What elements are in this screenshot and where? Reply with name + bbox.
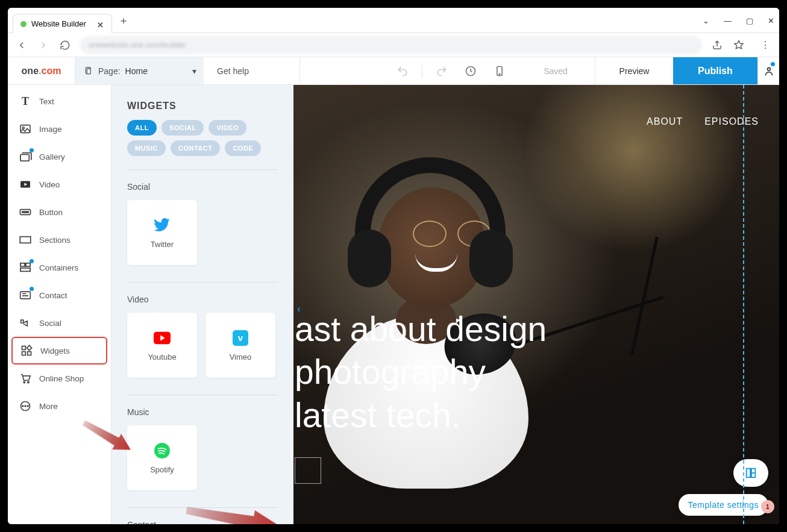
cart-icon: [19, 372, 32, 385]
widget-twitter[interactable]: Twitter: [127, 200, 197, 265]
sidebar-item-button[interactable]: Button: [8, 198, 111, 226]
sidebar-item-social[interactable]: Social: [8, 309, 111, 337]
window-titlebar: Website Builder ✕ ＋ ⌄ — ▢ ✕: [8, 8, 779, 33]
redo-button[interactable]: [432, 61, 451, 81]
filter-contact[interactable]: CONTACT: [171, 140, 220, 156]
tab-title: Website Builder: [31, 19, 86, 28]
new-tab-button[interactable]: ＋: [118, 13, 129, 28]
video-icon: [19, 178, 32, 191]
template-settings-button[interactable]: Template settings 1: [679, 494, 768, 516]
filter-music[interactable]: MUSIC: [127, 140, 166, 156]
reload-button[interactable]: [58, 39, 72, 52]
star-icon[interactable]: [732, 39, 745, 52]
vimeo-icon: v: [232, 330, 249, 346]
svg-point-26: [27, 405, 28, 407]
svg-point-4: [499, 74, 500, 75]
svg-rect-14: [26, 263, 30, 266]
mobile-preview-button[interactable]: [490, 61, 509, 81]
brand-logo[interactable]: one.com: [8, 57, 75, 84]
widget-vimeo[interactable]: v Vimeo: [205, 313, 275, 378]
window-minimize-button[interactable]: —: [724, 16, 732, 25]
section-label-music: Music: [127, 407, 278, 417]
account-menu-button[interactable]: [757, 57, 779, 84]
notification-dot-icon: [771, 62, 775, 66]
svg-text:v: v: [238, 333, 243, 343]
section-label-social: Social: [127, 182, 278, 192]
undo-button[interactable]: [393, 61, 412, 81]
hero-heading[interactable]: ast about design photography latest tech…: [295, 308, 547, 437]
section-label-video: Video: [127, 295, 278, 304]
hero-cta-box[interactable]: [295, 457, 321, 484]
svg-rect-12: [20, 237, 31, 243]
page-selector[interactable]: Page: Home ▾: [75, 57, 204, 84]
page-name: Home: [125, 66, 148, 76]
sidebar-item-more[interactable]: More: [8, 392, 111, 420]
sidebar-item-shop[interactable]: Online Shop: [8, 365, 111, 392]
twitter-icon: [154, 217, 171, 234]
svg-rect-8: [20, 154, 29, 161]
new-indicator-icon: [30, 259, 34, 263]
save-status: Saved: [516, 57, 595, 84]
window-close-button[interactable]: ✕: [768, 16, 774, 25]
nav-episodes[interactable]: EPISODES: [704, 116, 759, 127]
svg-rect-15: [20, 268, 30, 271]
spotify-icon: [154, 442, 171, 459]
tab-close-icon[interactable]: ✕: [97, 20, 104, 28]
widget-spotify[interactable]: Spotify: [127, 425, 197, 490]
sidebar-item-text[interactable]: TText: [8, 87, 111, 115]
widgets-icon: [20, 344, 33, 357]
menu-icon[interactable]: ⋮: [759, 39, 772, 52]
preview-button[interactable]: Preview: [595, 57, 673, 84]
sidebar-item-image[interactable]: Image: [8, 115, 111, 143]
publish-button[interactable]: Publish: [673, 57, 757, 84]
theme-fab[interactable]: [733, 459, 768, 487]
filter-code[interactable]: CODE: [225, 140, 261, 156]
svg-point-22: [28, 381, 29, 383]
window-maximize-button[interactable]: ▢: [746, 16, 753, 25]
svg-rect-11: [22, 211, 28, 213]
social-icon: [19, 316, 32, 330]
sidebar-item-gallery[interactable]: Gallery: [8, 143, 111, 171]
share-icon[interactable]: [710, 39, 724, 52]
app-topbar: one.com Page: Home ▾ Get help Saved Prev…: [8, 57, 779, 85]
nav-about[interactable]: ABOUT: [647, 116, 683, 127]
svg-point-5: [767, 67, 770, 70]
browser-toolbar: onewebsite.one.com/builder ⋮: [8, 33, 779, 57]
sidebar-item-sections[interactable]: Sections: [8, 226, 111, 254]
svg-rect-31: [747, 469, 750, 478]
sections-icon: [19, 233, 32, 246]
back-button[interactable]: [15, 39, 28, 52]
new-indicator-icon: [30, 287, 34, 291]
text-icon: T: [19, 95, 32, 108]
sidebar-item-contact[interactable]: Contact: [8, 281, 111, 309]
svg-rect-6: [20, 125, 30, 133]
chevron-down-icon[interactable]: ⌄: [703, 16, 709, 25]
svg-rect-19: [22, 352, 26, 355]
svg-point-24: [22, 405, 24, 407]
sidebar-item-containers[interactable]: Containers: [8, 254, 111, 281]
youtube-icon: [154, 330, 171, 346]
chevron-down-icon: ▾: [192, 66, 196, 76]
page-label: Page:: [98, 66, 121, 76]
more-icon: [19, 399, 32, 413]
canvas-area[interactable]: ‹ ABOUT EPISODES ast about design photog…: [293, 85, 779, 524]
new-indicator-icon: [30, 148, 34, 152]
filter-all[interactable]: ALL: [127, 120, 157, 136]
browser-tab[interactable]: Website Builder ✕: [13, 14, 112, 33]
forward-button[interactable]: [37, 39, 50, 52]
sidebar-item-video[interactable]: Video: [8, 171, 111, 198]
svg-point-21: [24, 381, 25, 383]
get-help-button[interactable]: Get help: [204, 57, 300, 84]
history-button[interactable]: [461, 61, 480, 81]
site-nav: ABOUT EPISODES: [647, 116, 759, 127]
page-icon: [84, 66, 93, 76]
image-icon: [19, 122, 32, 136]
address-bar[interactable]: onewebsite.one.com/builder: [80, 36, 702, 54]
filter-social[interactable]: SOCIAL: [161, 120, 204, 136]
sidebar-item-widgets[interactable]: Widgets: [11, 337, 107, 365]
svg-rect-18: [28, 352, 31, 355]
favicon-icon: [20, 21, 27, 27]
notification-badge: 1: [761, 500, 774, 513]
widget-youtube[interactable]: Youtube: [127, 313, 197, 378]
filter-video[interactable]: VIDEO: [209, 120, 246, 136]
